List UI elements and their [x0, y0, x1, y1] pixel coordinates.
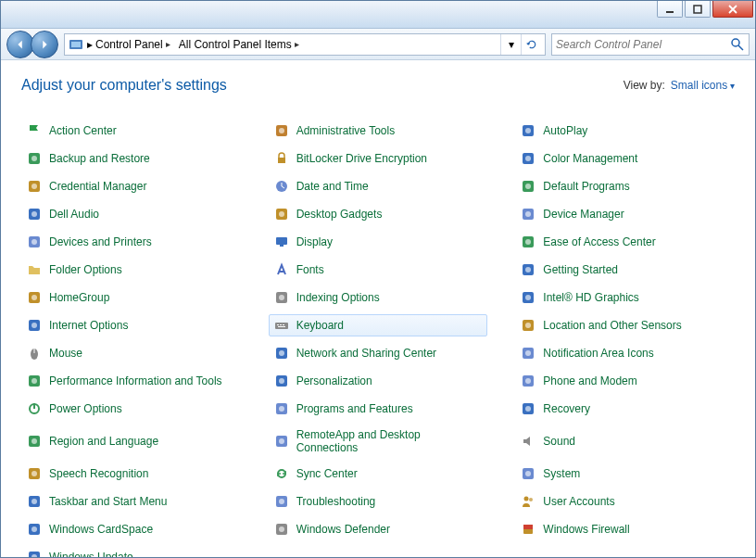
- item-audio[interactable]: Dell Audio: [21, 203, 241, 225]
- search-icon: [730, 37, 745, 52]
- item-label: Taskbar and Start Menu: [49, 495, 167, 508]
- item-flag[interactable]: Action Center: [21, 120, 241, 142]
- svg-point-6: [279, 128, 284, 133]
- item-power[interactable]: Power Options: [21, 398, 241, 420]
- item-label: BitLocker Drive Encryption: [296, 152, 427, 165]
- svg-rect-41: [275, 323, 288, 329]
- svg-point-30: [525, 239, 531, 245]
- svg-point-18: [525, 184, 531, 189]
- item-folder[interactable]: Folder Options: [21, 259, 241, 281]
- item-label: Internet Options: [49, 319, 128, 332]
- gadget-icon: [273, 206, 290, 222]
- item-sync[interactable]: Sync Center: [269, 463, 488, 485]
- item-label: Troubleshooting: [296, 495, 376, 508]
- item-lock[interactable]: BitLocker Drive Encryption: [269, 147, 488, 170]
- item-system[interactable]: System: [515, 463, 735, 485]
- item-card[interactable]: Windows CardSpace: [21, 518, 241, 540]
- item-printer[interactable]: Devices and Printers: [21, 231, 241, 253]
- sync-icon: [273, 465, 290, 482]
- item-label: User Accounts: [543, 495, 614, 508]
- item-label: Region and Language: [49, 435, 158, 448]
- item-font[interactable]: Fonts: [269, 259, 488, 281]
- items-grid: Action CenterAdministrative ToolsAutoPla…: [21, 120, 735, 557]
- item-device[interactable]: Device Manager: [515, 203, 735, 225]
- svg-point-40: [32, 323, 37, 328]
- item-tools[interactable]: Administrative Tools: [269, 120, 488, 142]
- item-net[interactable]: Internet Options: [21, 314, 241, 336]
- item-taskbar[interactable]: Taskbar and Start Menu: [21, 490, 241, 513]
- item-recov[interactable]: Recovery: [515, 398, 735, 420]
- maximize-button[interactable]: [685, 1, 711, 18]
- svg-point-79: [529, 498, 533, 501]
- item-prog[interactable]: Programs and Features: [269, 398, 488, 420]
- item-keyboard[interactable]: Keyboard: [269, 314, 488, 336]
- item-loc[interactable]: Location and Other Sensors: [515, 314, 735, 336]
- svg-point-38: [525, 295, 531, 300]
- item-fire[interactable]: Windows Firewall: [515, 518, 735, 540]
- item-home[interactable]: HomeGroup: [21, 286, 241, 309]
- view-by-select[interactable]: Small icons: [671, 79, 735, 92]
- item-update[interactable]: Windows Update: [21, 546, 241, 557]
- breadcrumb-control-panel[interactable]: Control Panel▸: [93, 38, 176, 51]
- item-label: HomeGroup: [49, 291, 109, 304]
- item-index[interactable]: Indexing Options: [269, 286, 488, 309]
- item-intel[interactable]: Intel® HD Graphics: [515, 286, 735, 309]
- item-play[interactable]: AutoPlay: [515, 120, 735, 142]
- item-start[interactable]: Getting Started: [515, 259, 735, 281]
- address-bar[interactable]: ▸ Control Panel▸ All Control Panel Items…: [64, 33, 546, 56]
- item-phone[interactable]: Phone and Modem: [515, 370, 735, 392]
- svg-point-63: [279, 406, 284, 412]
- item-backup[interactable]: Backup and Restore: [21, 147, 241, 170]
- item-notify[interactable]: Notification Area Icons: [515, 342, 735, 364]
- network-icon: [273, 345, 290, 361]
- item-label: Administrative Tools: [296, 124, 396, 137]
- item-label: Ease of Access Center: [543, 235, 655, 248]
- item-network[interactable]: Network and Sharing Center: [269, 342, 488, 364]
- item-label: Windows Update: [49, 551, 133, 557]
- item-region[interactable]: Region and Language: [21, 425, 241, 457]
- item-trouble[interactable]: Troubleshooting: [269, 490, 488, 513]
- item-display[interactable]: Display: [269, 231, 488, 253]
- breadcrumb-all-items[interactable]: All Control Panel Items▸: [176, 38, 305, 51]
- item-label: Sync Center: [296, 467, 358, 480]
- svg-rect-28: [280, 245, 284, 247]
- item-clock[interactable]: Date and Time: [269, 175, 488, 197]
- item-remote[interactable]: RemoteApp and Desktop Connections: [269, 425, 488, 457]
- svg-point-51: [279, 350, 284, 356]
- svg-point-69: [279, 438, 284, 444]
- svg-rect-43: [280, 324, 282, 325]
- item-users[interactable]: User Accounts: [515, 490, 735, 513]
- item-safe[interactable]: Credential Manager: [21, 175, 241, 197]
- search-input[interactable]: [556, 38, 730, 51]
- svg-rect-27: [276, 237, 287, 245]
- item-defend[interactable]: Windows Defender: [269, 518, 488, 540]
- item-label: Windows CardSpace: [49, 523, 153, 536]
- item-sound[interactable]: Sound: [515, 425, 735, 457]
- trouble-icon: [273, 493, 290, 510]
- users-icon: [520, 493, 536, 510]
- minimize-button[interactable]: [657, 1, 683, 18]
- item-speech[interactable]: Speech Recognition: [21, 463, 241, 485]
- item-default[interactable]: Default Programs: [515, 175, 735, 197]
- phone-icon: [520, 373, 536, 389]
- item-label: Speech Recognition: [49, 467, 148, 480]
- chevron-right-icon: ▸: [166, 39, 170, 49]
- content-area: Adjust your computer's settings View by:…: [1, 60, 755, 557]
- forward-button[interactable]: [31, 31, 58, 58]
- svg-rect-45: [278, 326, 285, 327]
- item-pers[interactable]: Personalization: [269, 370, 488, 392]
- item-mouse[interactable]: Mouse: [21, 342, 241, 364]
- close-button[interactable]: [712, 1, 753, 18]
- item-gadget[interactable]: Desktop Gadgets: [269, 203, 488, 225]
- recov-icon: [520, 400, 536, 417]
- refresh-button[interactable]: [521, 34, 541, 55]
- dropdown-button[interactable]: ▾: [500, 34, 521, 55]
- item-ease[interactable]: Ease of Access Center: [515, 231, 735, 253]
- search-box[interactable]: [551, 33, 750, 56]
- item-color[interactable]: Color Management: [515, 147, 735, 170]
- svg-point-32: [525, 267, 531, 273]
- backup-icon: [26, 150, 43, 167]
- svg-point-65: [525, 406, 531, 412]
- item-perf[interactable]: Performance Information and Tools: [21, 370, 241, 392]
- defend-icon: [273, 521, 290, 538]
